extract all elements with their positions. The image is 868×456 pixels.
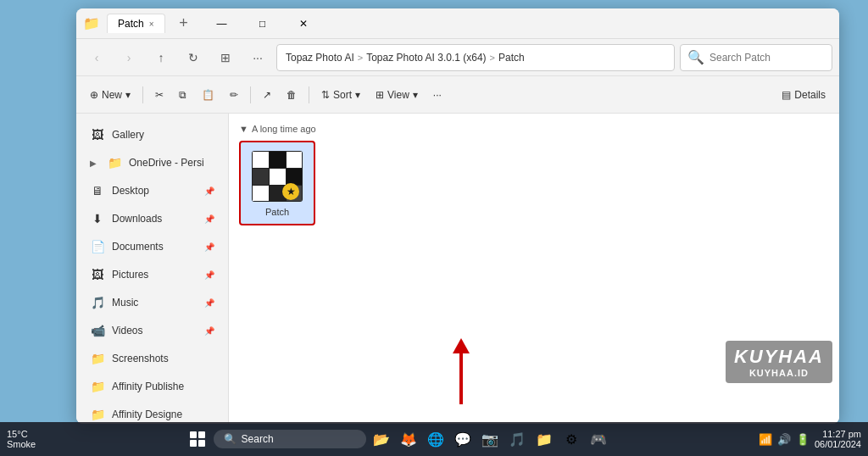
search-box[interactable]: 🔍 [680, 44, 832, 71]
more-nav-btn[interactable]: ··· [244, 44, 271, 71]
share-btn[interactable]: ↗ [256, 81, 278, 108]
file-label: Patch [265, 207, 289, 217]
taskbar-app-1[interactable]: 🦊 [397, 427, 420, 451]
up-btn[interactable]: ↑ [147, 44, 175, 71]
arrow-shaft [459, 353, 463, 404]
toolbar-separator-3 [309, 86, 309, 103]
sidebar: 🖼 Gallery ▶ 📁 OneDrive - Persi 🖥 Desktop… [76, 114, 229, 424]
new-btn[interactable]: ⊕ New ▾ [83, 81, 137, 108]
bc-item-3[interactable]: Patch [498, 52, 525, 64]
more-btn[interactable]: ··· [426, 81, 448, 108]
sort-chevron-icon: ▾ [355, 89, 360, 101]
sidebar-item-desktop[interactable]: 🖥 Desktop 📌 [80, 177, 225, 204]
taskbar-app-7[interactable]: ⚙ [559, 427, 583, 451]
section-arrow-icon: ▼ [239, 124, 248, 134]
sidebar-item-music[interactable]: 🎵 Music 📌 [80, 289, 225, 316]
bc-item-1[interactable]: Topaz Photo AI [286, 52, 354, 64]
sidebar-item-affinity-pub[interactable]: 📁 Affinity Publishe [80, 373, 225, 400]
taskbar-app-4[interactable]: 📷 [478, 427, 502, 451]
svg-rect-5 [270, 169, 286, 185]
taskbar: 15°C Smoke 🔍 Search 📂 🦊 🌐 💬 📷 🎵 📁 ⚙ 🎮 📶 … [0, 422, 868, 456]
sidebar-item-pictures[interactable]: 🖼 Pictures 📌 [80, 261, 225, 288]
watermark-text-top: KUYHAA [734, 346, 824, 368]
battery-icon[interactable]: 🔋 [796, 433, 810, 446]
breadcrumb[interactable]: Topaz Photo AI > Topaz Photo AI 3.0.1 (x… [276, 44, 675, 71]
watermark: KUYHAA KUYHAA.ID [726, 341, 832, 383]
gallery-icon: 🖼 [90, 128, 105, 142]
file-item-patch[interactable]: ★ Patch [239, 141, 315, 225]
taskbar-app-2[interactable]: 🌐 [424, 427, 448, 451]
svg-rect-2 [270, 152, 286, 168]
screenshots-icon: 📁 [90, 352, 105, 365]
watermark-text-bottom: KUYHAA.ID [734, 368, 824, 378]
copy-btn[interactable]: ⧉ [172, 81, 193, 108]
start-button[interactable] [185, 426, 210, 452]
weather-temp: 15°C [7, 429, 36, 439]
section-header: ▼ A long time ago [239, 124, 829, 134]
file-grid: ★ Patch [239, 141, 829, 225]
back-btn[interactable]: ‹ [83, 44, 110, 71]
taskbar-app-6[interactable]: 📁 [532, 427, 556, 451]
new-tab-btn[interactable]: + [172, 12, 196, 36]
pin-icon-doc: 📌 [204, 242, 214, 252]
details-btn[interactable]: ▤ Details [775, 81, 832, 108]
toolbar-separator-1 [142, 86, 143, 103]
svg-text:★: ★ [287, 186, 296, 197]
clock-time: 11:27 pm [815, 429, 861, 439]
paste-btn[interactable]: 📋 [195, 81, 221, 108]
onedrive-icon: 📁 [107, 156, 122, 170]
bc-sep-2: > [490, 53, 495, 63]
view-icon: ⊞ [376, 89, 384, 101]
red-arrow [453, 338, 470, 404]
volume-icon[interactable]: 🔊 [777, 433, 791, 446]
section-label: A long time ago [252, 124, 316, 134]
expand-btn[interactable]: ⊞ [212, 44, 239, 71]
weather-condition: Smoke [7, 439, 36, 449]
sidebar-item-downloads[interactable]: ⬇ Downloads 📌 [80, 205, 225, 232]
bc-item-2[interactable]: Topaz Photo AI 3.0.1 (x64) [366, 52, 486, 64]
maximize-btn[interactable]: □ [243, 10, 282, 37]
minimize-btn[interactable]: — [203, 10, 242, 37]
toolbar-separator-2 [250, 86, 251, 103]
taskbar-app-5[interactable]: 🎵 [505, 427, 529, 451]
refresh-btn[interactable]: ↻ [180, 44, 207, 71]
sidebar-item-documents[interactable]: 📄 Documents 📌 [80, 233, 225, 260]
sidebar-item-screenshots[interactable]: 📁 Screenshots [80, 345, 225, 372]
taskbar-right: 📶 🔊 🔋 11:27 pm 06/01/2024 [759, 429, 861, 449]
new-chevron-icon: ▾ [125, 89, 131, 101]
sidebar-item-gallery[interactable]: 🖼 Gallery [80, 121, 225, 148]
taskbar-search[interactable]: 🔍 Search [214, 430, 366, 448]
search-icon: 🔍 [687, 49, 704, 65]
svg-rect-7 [253, 186, 269, 201]
delete-btn[interactable]: 🗑 [280, 81, 303, 108]
window-tab[interactable]: Patch × [107, 14, 165, 33]
expand-icon[interactable]: ▶ [90, 158, 97, 168]
clock-date: 06/01/2024 [815, 439, 861, 449]
sidebar-item-videos[interactable]: 📹 Videos 📌 [80, 317, 225, 344]
view-chevron-icon: ▾ [413, 89, 418, 101]
forward-btn[interactable]: › [115, 44, 142, 71]
view-btn[interactable]: ⊞ View ▾ [369, 81, 425, 108]
taskbar-app-files[interactable]: 📂 [370, 427, 393, 451]
taskbar-clock[interactable]: 11:27 pm 06/01/2024 [815, 429, 861, 449]
content-area: 🖼 Gallery ▶ 📁 OneDrive - Persi 🖥 Desktop… [76, 114, 839, 424]
cut-btn[interactable]: ✂ [148, 81, 170, 108]
tab-close-btn[interactable]: × [149, 19, 154, 29]
taskbar-app-8[interactable]: 🎮 [587, 427, 610, 451]
sidebar-item-onedrive[interactable]: ▶ 📁 OneDrive - Persi [80, 149, 225, 176]
weather-widget[interactable]: 15°C Smoke [7, 429, 36, 449]
pin-icon-dl: 📌 [204, 214, 214, 224]
wifi-icon[interactable]: 📶 [759, 433, 772, 446]
title-bar: 📁 Patch × + — □ ✕ [76, 8, 839, 39]
rename-btn[interactable]: ✏ [223, 81, 245, 108]
search-input[interactable] [709, 52, 825, 64]
window-icon: 📁 [83, 15, 100, 31]
sort-btn[interactable]: ⇅ Sort ▾ [314, 81, 367, 108]
close-btn[interactable]: ✕ [284, 10, 323, 37]
main-pane: ▼ A long time ago [229, 114, 839, 424]
file-explorer-window: 📁 Patch × + — □ ✕ ‹ › ↑ ↻ ⊞ ··· Topaz Ph… [76, 8, 839, 424]
taskbar-search-icon: 🔍 [224, 433, 236, 445]
taskbar-app-3[interactable]: 💬 [451, 427, 475, 451]
sidebar-item-affinity-des[interactable]: 📁 Affinity Designe [80, 401, 225, 424]
address-bar: ‹ › ↑ ↻ ⊞ ··· Topaz Photo AI > Topaz Pho… [76, 39, 839, 76]
